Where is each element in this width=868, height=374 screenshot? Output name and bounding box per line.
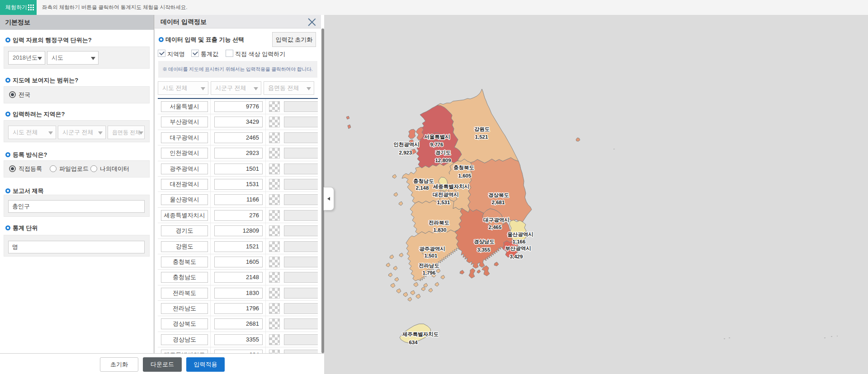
- svg-text:제주특별자치도: 제주특별자치도: [402, 332, 439, 337]
- svg-text:서울특별시: 서울특별시: [424, 134, 450, 140]
- svg-text:부산광역시: 부산광역시: [505, 246, 531, 251]
- svg-text:충청남도: 충청남도: [413, 178, 434, 184]
- svg-text:경기도: 경기도: [435, 150, 451, 155]
- svg-text:전라북도: 전라북도: [429, 220, 449, 225]
- svg-text:대전광역시: 대전광역시: [433, 192, 459, 197]
- svg-text:2,465: 2,465: [489, 224, 502, 230]
- svg-text:634: 634: [409, 340, 418, 345]
- svg-text:1,501: 1,501: [425, 253, 438, 258]
- svg-text:3,429: 3,429: [510, 254, 523, 259]
- svg-text:1,521: 1,521: [475, 134, 488, 140]
- svg-text:강원도: 강원도: [474, 126, 490, 132]
- svg-text:대구광역시: 대구광역시: [483, 217, 509, 223]
- svg-text:전라남도: 전라남도: [419, 263, 439, 268]
- svg-text:1,830: 1,830: [434, 227, 447, 233]
- svg-text:2,681: 2,681: [492, 200, 505, 205]
- svg-text:9,776: 9,776: [430, 142, 443, 147]
- svg-text:인천광역시: 인천광역시: [393, 142, 420, 147]
- svg-text:광주광역시: 광주광역시: [419, 246, 445, 252]
- svg-text:2,923: 2,923: [399, 150, 412, 155]
- svg-text:1,166: 1,166: [513, 239, 526, 244]
- svg-text:세종특별자치시: 세종특별자치시: [433, 184, 470, 189]
- svg-text:경상북도: 경상북도: [488, 192, 509, 198]
- svg-text:1,605: 1,605: [458, 173, 472, 178]
- svg-text:울산광역시: 울산광역시: [507, 232, 533, 237]
- svg-text:충청북도: 충청북도: [453, 165, 474, 170]
- svg-text:12,809: 12,809: [435, 158, 451, 163]
- svg-text:3,355: 3,355: [477, 247, 491, 252]
- svg-text:1,531: 1,531: [437, 200, 450, 205]
- svg-text:경상남도: 경상남도: [474, 239, 495, 244]
- svg-text:1,796: 1,796: [423, 270, 436, 276]
- svg-text:2,148: 2,148: [416, 185, 429, 191]
